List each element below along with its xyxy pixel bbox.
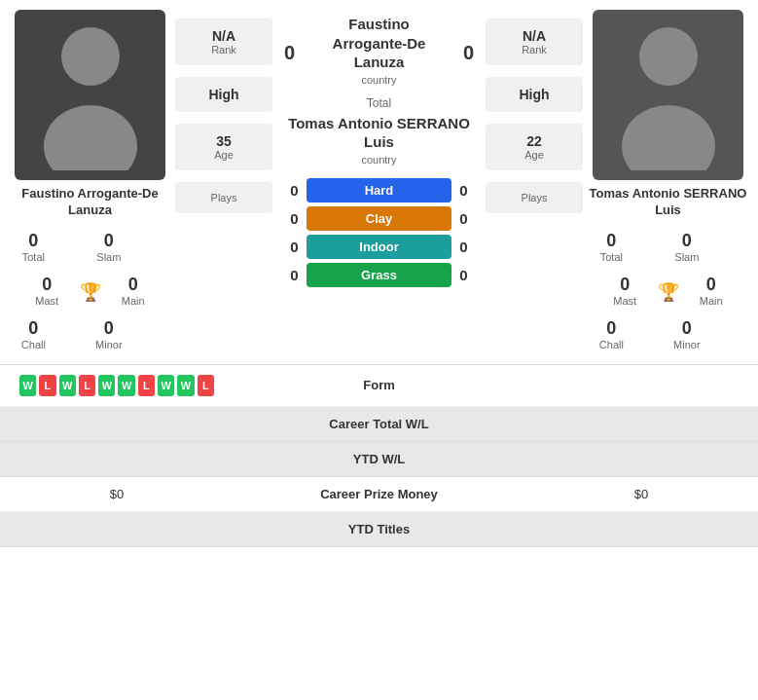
player1-mast-stat: 0 Mast xyxy=(15,271,80,311)
player2-chall-value: 0 xyxy=(593,318,631,339)
player2-chall-stat: 0 Chall xyxy=(593,314,631,354)
player1-high-value: High xyxy=(190,87,258,102)
form-badges-left: WLWLWWLWWL xyxy=(19,375,214,396)
hard-button[interactable]: Hard xyxy=(307,178,451,203)
player2-rank-value: N/A xyxy=(500,28,568,44)
player1-rank-label: Rank xyxy=(190,44,258,55)
center-p2-name-display: Tomas Antonio SERRANO Luis country xyxy=(272,114,486,171)
player2-minor-value: 0 xyxy=(668,318,706,339)
center-player2-display: Tomas Antonio SERRANO Luis country xyxy=(272,114,486,171)
player2-mast-label: Mast xyxy=(593,295,658,307)
player1-photo xyxy=(15,10,165,180)
player2-rank-label: Rank xyxy=(500,44,568,55)
player2-mast-stat: 0 Mast xyxy=(593,271,658,311)
player1-slam-value: 0 xyxy=(90,231,128,251)
player2-slam-value: 0 xyxy=(668,231,706,251)
center-name-line1: Faustino xyxy=(348,16,410,32)
player1-info-panel: N/A Rank High 35 Age Plays xyxy=(175,10,272,354)
player1-name: Faustino Arrogante-De Lanuza xyxy=(5,186,175,219)
center-player2-name: Faustino Arrogante-De Lanuza xyxy=(302,15,456,72)
player1-minor-stat: 0 Minor xyxy=(90,314,128,354)
p1-hard-score: 0 xyxy=(282,182,307,199)
player1-high-panel: High xyxy=(175,77,272,112)
player2-slam-stat: 0 Slam xyxy=(668,227,706,267)
form-badge-w: W xyxy=(19,375,36,396)
player2-total-label: Total xyxy=(593,251,631,263)
player1-plays-label: Plays xyxy=(190,192,258,203)
form-badge-w: W xyxy=(177,375,194,396)
svg-point-2 xyxy=(639,27,698,86)
p1-indoor-score: 0 xyxy=(282,239,307,255)
p2-total-score: 0 xyxy=(456,42,481,64)
player2-high-value: High xyxy=(500,87,568,102)
player1-total-value: 0 xyxy=(15,231,53,251)
player1-age-value: 35 xyxy=(190,133,258,149)
player2-slam-label: Slam xyxy=(668,251,706,263)
player1-silhouette xyxy=(32,19,149,170)
player2-plays-label: Plays xyxy=(500,192,568,203)
player1-card: Faustino Arrogante-De Lanuza 0 Total 0 S… xyxy=(5,10,175,354)
player1-mast-value: 0 xyxy=(15,275,80,295)
svg-point-3 xyxy=(622,105,715,170)
p1-clay-score: 0 xyxy=(282,210,307,227)
p2-clay-score: 0 xyxy=(451,210,476,227)
player1-country: country xyxy=(302,72,456,92)
center-header: 0 Faustino Arrogante-De Lanuza country 0 xyxy=(272,10,486,96)
p2-grass-score: 0 xyxy=(451,267,476,283)
player1-rank-value: N/A xyxy=(190,28,258,44)
player2-stats-top: 0 Total 0 Slam xyxy=(593,227,743,267)
player1-age-panel: 35 Age xyxy=(175,124,272,170)
player1-total-label: Total xyxy=(15,251,53,263)
clay-button[interactable]: Clay xyxy=(307,206,451,231)
player2-age-label: Age xyxy=(500,149,568,161)
player2-trophy-icon: 🏆 xyxy=(658,277,679,303)
player1-chall-label: Chall xyxy=(15,339,53,350)
total-label: Total xyxy=(272,96,486,110)
form-label: Form xyxy=(214,378,544,392)
player1-minor-label: Minor xyxy=(90,339,128,350)
form-badge-w: W xyxy=(98,375,115,396)
form-badge-l: L xyxy=(198,375,214,396)
player1-minor-value: 0 xyxy=(90,318,128,339)
center-area: 0 Faustino Arrogante-De Lanuza country 0… xyxy=(272,10,486,354)
player2-mast-value: 0 xyxy=(593,275,658,295)
form-badge-w: W xyxy=(59,375,76,396)
player1-chall-value: 0 xyxy=(15,318,53,339)
player1-stats-bottom: 0 Chall 0 Minor xyxy=(15,314,165,354)
grass-button[interactable]: Grass xyxy=(307,263,451,287)
prize-label: Career Prize Money xyxy=(214,487,544,501)
form-row: WLWLWWLWWL Form xyxy=(0,365,758,407)
player1-main-stat: 0 Main xyxy=(101,271,166,311)
player2-mast-row: 0 Mast 🏆 0 Main xyxy=(593,271,743,311)
career-total-label: Career Total W/L xyxy=(329,417,428,431)
player1-stats-top: 0 Total 0 Slam xyxy=(15,227,165,267)
indoor-row: 0 Indoor 0 xyxy=(282,235,476,259)
player2-plays-panel: Plays xyxy=(486,182,583,213)
main-container: Faustino Arrogante-De Lanuza 0 Total 0 S… xyxy=(0,0,758,547)
player1-trophy-icon: 🏆 xyxy=(80,277,101,303)
comparison-name2: Tomas Antonio SERRANO Luis xyxy=(272,114,486,152)
form-badge-w: W xyxy=(118,375,134,396)
surfaces-container: 0 Hard 0 0 Clay 0 0 Indoor 0 0 Grass xyxy=(272,175,486,290)
ytd-titles-label: YTD Titles xyxy=(348,522,410,536)
svg-point-0 xyxy=(61,27,120,86)
player2-total-stat: 0 Total xyxy=(593,227,631,267)
center-name-block: Faustino Arrogante-De Lanuza country xyxy=(302,15,456,92)
indoor-button[interactable]: Indoor xyxy=(307,235,451,259)
hard-row: 0 Hard 0 xyxy=(282,178,476,203)
player1-main-label: Main xyxy=(101,295,166,307)
player2-main-value: 0 xyxy=(679,275,744,295)
center-name-line3: Lanuza xyxy=(354,54,405,70)
player2-stats-bottom: 0 Chall 0 Minor xyxy=(593,314,743,354)
svg-point-1 xyxy=(44,105,137,170)
player2-photo xyxy=(593,10,743,180)
players-area: Faustino Arrogante-De Lanuza 0 Total 0 S… xyxy=(0,0,758,364)
player2-silhouette xyxy=(610,19,727,170)
player1-plays-panel: Plays xyxy=(175,182,272,213)
form-badge-l: L xyxy=(138,375,155,396)
player2-high-panel: High xyxy=(486,77,583,112)
player2-main-stat: 0 Main xyxy=(679,271,744,311)
p1-grass-score: 0 xyxy=(282,267,307,283)
p1-total-score: 0 xyxy=(277,42,302,64)
player1-age-label: Age xyxy=(190,149,258,161)
